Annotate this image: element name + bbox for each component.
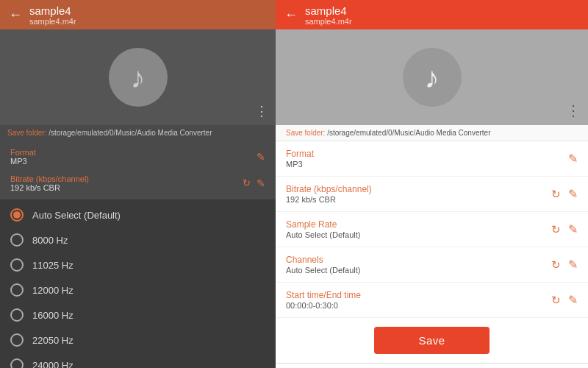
- right-samplerate-setting: Sample Rate Auto Select (Default) ↻ ✎: [276, 212, 588, 247]
- radio-item-22050[interactable]: 22050 Hz: [0, 328, 276, 353]
- right-header: ← sample4 sample4.m4r: [276, 0, 588, 29]
- right-bitrate-setting: Bitrate (kbps/channel) 192 kb/s CBR ↻ ✎: [276, 177, 588, 212]
- right-format-edit-icon[interactable]: ✎: [568, 152, 578, 166]
- right-startend-refresh-icon[interactable]: ↻: [551, 294, 561, 307]
- right-startend-edit-icon[interactable]: ✎: [568, 293, 578, 307]
- left-settings-list: Format MP3 ✎ Bitrate (kbps/channel) 192 …: [0, 141, 276, 199]
- right-channels-value: Auto Select (Default): [286, 266, 551, 275]
- right-title: sample4: [305, 4, 352, 17]
- radio-label-22050: 22050 Hz: [32, 335, 74, 346]
- right-format-label: Format: [286, 149, 568, 159]
- right-samplerate-label: Sample Rate: [286, 219, 551, 230]
- left-save-folder-path: /storage/emulated/0/Music/Audio Media Co…: [49, 129, 212, 137]
- right-panel: ← sample4 sample4.m4r ♪ ⋮ Save folder: /…: [276, 0, 588, 368]
- right-channels-setting: Channels Auto Select (Default) ↻ ✎: [276, 247, 588, 283]
- right-channels-refresh-icon[interactable]: ↻: [551, 258, 561, 272]
- radio-label-12000: 12000 Hz: [32, 285, 74, 296]
- left-radio-list: Auto Select (Default) 8000 Hz 11025 Hz 1…: [0, 199, 276, 368]
- left-more-icon[interactable]: ⋮: [255, 103, 268, 119]
- right-format-value: MP3: [286, 160, 568, 169]
- left-format-setting: Format MP3 ✎: [0, 144, 276, 170]
- radio-label-auto: Auto Select (Default): [32, 210, 121, 221]
- right-bitrate-edit-icon[interactable]: ✎: [568, 187, 578, 201]
- left-bitrate-value: 192 kb/s CBR: [10, 183, 89, 192]
- right-bitrate-value: 192 kb/s CBR: [286, 195, 551, 204]
- right-music-note-icon: ♪: [425, 61, 440, 94]
- left-format-label: Format: [10, 148, 36, 157]
- left-title-block: sample4 sample4.m4r: [29, 4, 76, 26]
- right-format-setting: Format MP3 ✎: [276, 141, 588, 177]
- right-save-folder-label: Save folder:: [286, 129, 327, 137]
- left-bitrate-refresh-icon[interactable]: ↻: [243, 177, 251, 189]
- right-subtitle: sample4.m4r: [305, 17, 352, 26]
- left-panel: ← sample4 sample4.m4r ♪ ⋮ Save folder: /…: [0, 0, 276, 368]
- radio-item-24000[interactable]: 24000 Hz: [0, 353, 276, 368]
- right-startend-value: 00:00:0-0:30:0: [286, 301, 551, 310]
- right-channels-label: Channels: [286, 255, 551, 265]
- radio-circle-22050: [10, 333, 24, 347]
- right-bitrate-refresh-icon[interactable]: ↻: [551, 188, 561, 201]
- right-channels-edit-icon[interactable]: ✎: [568, 258, 578, 272]
- radio-label-8000: 8000 Hz: [32, 235, 68, 246]
- left-title: sample4: [29, 4, 76, 17]
- ad-banner: ♪ Music that gets you moving. Listen fre…: [276, 363, 588, 368]
- left-music-note-icon: ♪: [131, 61, 146, 94]
- right-samplerate-edit-icon[interactable]: ✎: [568, 222, 578, 236]
- radio-circle-11025: [10, 258, 24, 272]
- save-button-area: Save: [276, 318, 588, 363]
- radio-item-16000[interactable]: 16000 Hz: [0, 302, 276, 328]
- left-subtitle: sample4.m4r: [29, 17, 76, 26]
- right-save-folder-bar: Save folder: /storage/emulated/0/Music/A…: [276, 125, 588, 141]
- left-thumbnail: ♪ ⋮: [0, 29, 276, 125]
- right-samplerate-refresh-icon[interactable]: ↻: [551, 223, 561, 236]
- radio-item-auto[interactable]: Auto Select (Default): [0, 202, 276, 227]
- left-save-folder-bar: Save folder: /storage/emulated/0/Music/A…: [0, 125, 276, 141]
- save-button[interactable]: Save: [374, 327, 489, 354]
- radio-circle-auto: [10, 208, 24, 222]
- radio-item-8000[interactable]: 8000 Hz: [0, 227, 276, 252]
- left-album-art: ♪: [109, 48, 168, 107]
- right-save-folder-path: /storage/emulated/0/Music/Audio Media Co…: [327, 129, 490, 137]
- left-save-folder-label: Save folder:: [7, 129, 49, 137]
- radio-label-11025: 11025 Hz: [32, 260, 74, 271]
- right-samplerate-value: Auto Select (Default): [286, 230, 551, 239]
- left-header: ← sample4 sample4.m4r: [0, 0, 276, 29]
- radio-circle-16000: [10, 308, 24, 322]
- radio-label-16000: 16000 Hz: [32, 310, 74, 321]
- right-more-icon[interactable]: ⋮: [566, 102, 581, 119]
- left-format-edit-icon[interactable]: ✎: [257, 151, 265, 163]
- right-startend-setting: Start time/End time 00:00:0-0:30:0 ↻ ✎: [276, 283, 588, 318]
- radio-item-12000[interactable]: 12000 Hz: [0, 277, 276, 302]
- left-bitrate-setting: Bitrate (kbps/channel) 192 kb/s CBR ↻ ✎: [0, 170, 276, 197]
- radio-label-24000: 24000 Hz: [32, 360, 74, 369]
- right-album-art: ♪: [403, 48, 462, 107]
- right-title-block: sample4 sample4.m4r: [305, 4, 352, 26]
- left-back-button[interactable]: ←: [9, 7, 22, 23]
- right-startend-label: Start time/End time: [286, 290, 551, 300]
- left-bitrate-label: Bitrate (kbps/channel): [10, 174, 89, 183]
- left-bitrate-edit-icon[interactable]: ✎: [257, 177, 265, 189]
- radio-circle-12000: [10, 283, 24, 297]
- right-settings-list: Format MP3 ✎ Bitrate (kbps/channel) 192 …: [276, 141, 588, 368]
- radio-circle-8000: [10, 233, 24, 247]
- radio-item-11025[interactable]: 11025 Hz: [0, 252, 276, 277]
- right-back-button[interactable]: ←: [284, 7, 298, 23]
- right-bitrate-label: Bitrate (kbps/channel): [286, 184, 551, 194]
- left-format-value: MP3: [10, 157, 36, 166]
- right-thumbnail: ♪ ⋮: [276, 29, 588, 125]
- radio-circle-24000: [10, 358, 24, 368]
